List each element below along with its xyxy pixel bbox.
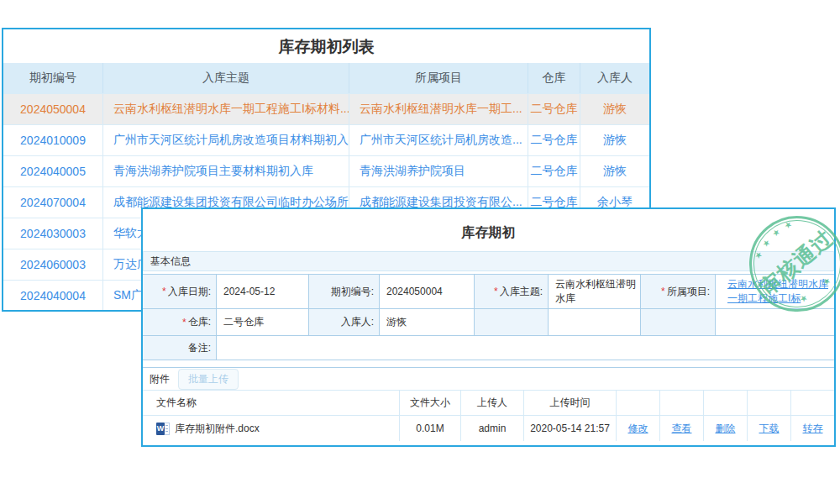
view-link[interactable]: 查看: [672, 422, 692, 436]
cell-subject[interactable]: 青海洪湖养护院项目主要材料期初入库: [103, 156, 349, 186]
col-header-project: 所属项目: [349, 63, 528, 93]
batch-upload-button[interactable]: 批量上传: [178, 369, 239, 390]
cell-opening-no[interactable]: 2024040005: [3, 156, 103, 186]
col-header-warehouse: 仓库: [528, 63, 580, 93]
in-date-field[interactable]: 2024-05-12: [217, 275, 309, 309]
project-link[interactable]: 云南水利枢纽潜明水库一期工程施工I标: [722, 276, 834, 308]
col-header-action: [747, 391, 790, 415]
empty-value-cell: [716, 309, 834, 336]
col-header-subject: 入库主题: [103, 63, 349, 93]
cell-opening-no[interactable]: 2024010009: [3, 125, 103, 155]
table-row[interactable]: 2024010009 广州市天河区统计局机房改造项目材料期初入库 广州市天河区统…: [3, 124, 649, 155]
attachment-label: 附件: [150, 372, 170, 386]
delete-link[interactable]: 删除: [716, 422, 736, 436]
project-label: * 所属项目:: [641, 275, 716, 309]
cell-subject[interactable]: 广州市天河区统计局机房改造项目材料期初入库: [103, 125, 349, 155]
cell-subject[interactable]: 云南水利枢纽潜明水库一期工程施工I标材料...: [103, 94, 349, 124]
col-header-action: [703, 391, 747, 415]
col-header-file-name: 文件名称: [143, 391, 399, 415]
table-row[interactable]: 2024040005 青海洪湖养护院项目主要材料期初入库 青海洪湖养护院项目 二…: [3, 155, 649, 186]
attachment-table: 文件名称 文件大小 上传人 上传时间 W 库存期初附件.docx 0: [143, 390, 834, 441]
cell-opening-no[interactable]: 2024070004: [3, 187, 103, 218]
cell-project[interactable]: 青海洪湖养护院项目: [349, 156, 528, 186]
cell-warehouse: 二号仓库: [528, 156, 580, 186]
project-field: 云南水利枢纽潜明水库一期工程施工I标: [716, 275, 834, 309]
cell-opening-no[interactable]: 2024040004: [3, 281, 103, 311]
col-header-action: [790, 391, 834, 415]
subject-label: * 入库主题:: [475, 275, 549, 309]
table-row[interactable]: 2024050004 云南水利枢纽潜明水库一期工程施工I标材料... 云南水利枢…: [3, 93, 649, 124]
remark-field[interactable]: [217, 336, 834, 360]
col-header-action: [616, 391, 659, 415]
attachment-section-header: 附件 批量上传: [143, 367, 834, 390]
col-header-uploader: 上传人: [460, 391, 523, 415]
empty-value-cell: [549, 309, 641, 336]
opening-no-field: 2024050004: [380, 275, 475, 309]
cell-opening-no[interactable]: 2024030003: [3, 218, 103, 249]
screen: 库存期初列表 期初编号 入库主题 所属项目 仓库 入库人 2024050004 …: [0, 0, 840, 504]
subject-field[interactable]: 云南水利枢纽潜明水库: [549, 275, 641, 309]
warehouse-field[interactable]: 二号仓库: [217, 309, 309, 336]
file-size: 0.01M: [399, 416, 460, 441]
file-uploader: admin: [460, 416, 523, 441]
col-header-upload-time: 上传时间: [523, 391, 616, 415]
cell-opening-no[interactable]: 2024050004: [3, 94, 103, 124]
cell-project[interactable]: 广州市天河区统计局机房改造...: [349, 125, 528, 155]
basic-info-form: * 入库日期: 2024-05-12 期初编号: 2024050004 * 入库…: [143, 274, 834, 360]
remark-label: 备注:: [143, 336, 217, 360]
opening-no-label: 期初编号:: [309, 275, 380, 309]
required-marker: *: [661, 286, 665, 297]
empty-label-cell: [641, 309, 716, 336]
basic-info-section-header: 基本信息: [143, 251, 834, 271]
transfer-link[interactable]: 转存: [803, 422, 823, 436]
cell-warehouse: 二号仓库: [528, 94, 580, 124]
inventory-opening-detail-panel: 库存期初 基本信息 * 入库日期: 2024-05-12 期初编号: 20240…: [141, 207, 836, 447]
cell-person: 游恢: [580, 125, 649, 155]
empty-label-cell: [475, 309, 549, 336]
download-link[interactable]: 下载: [759, 422, 780, 436]
file-name: 库存期初附件.docx: [175, 422, 260, 436]
modify-link[interactable]: 修改: [628, 422, 648, 436]
cell-warehouse: 二号仓库: [528, 125, 580, 155]
required-marker: *: [182, 317, 186, 328]
col-header-person: 入库人: [580, 63, 649, 93]
attachment-row: W 库存期初附件.docx 0.01M admin 2020-05-14 21:…: [143, 416, 834, 441]
cell-person: 游恢: [580, 94, 649, 124]
list-title: 库存期初列表: [3, 29, 649, 63]
file-name-cell: W 库存期初附件.docx: [143, 416, 399, 441]
col-header-file-size: 文件大小: [399, 391, 460, 415]
cell-project[interactable]: 云南水利枢纽潜明水库一期工...: [349, 94, 528, 124]
person-label: 入库人:: [309, 309, 380, 336]
word-document-icon: W: [156, 423, 170, 435]
in-date-label: * 入库日期:: [143, 275, 217, 309]
person-field: 游恢: [380, 309, 475, 336]
detail-title: 库存期初: [143, 209, 834, 251]
cell-person: 游恢: [580, 156, 649, 186]
warehouse-label: * 仓库:: [143, 309, 217, 336]
attachment-header-row: 文件名称 文件大小 上传人 上传时间: [143, 390, 834, 416]
list-header-row: 期初编号 入库主题 所属项目 仓库 入库人: [3, 63, 649, 93]
col-header-action: [659, 391, 703, 415]
file-upload-time: 2020-05-14 21:57: [523, 416, 616, 441]
cell-opening-no[interactable]: 2024060003: [3, 249, 103, 280]
col-header-opening-no: 期初编号: [3, 63, 103, 93]
required-marker: *: [494, 286, 498, 297]
required-marker: *: [162, 286, 166, 297]
